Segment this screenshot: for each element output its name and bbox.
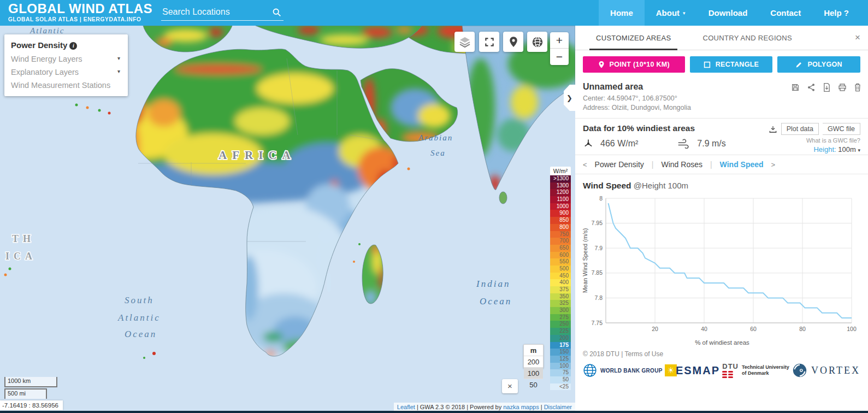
layers-icon xyxy=(458,36,471,49)
map-canvas[interactable]: Atlantic AFRICA Arabian Sea Indian Ocean… xyxy=(0,26,575,413)
subnav-sep: | xyxy=(710,160,712,169)
esmap-sun-icon: ☀ xyxy=(665,364,677,376)
dtu-logo[interactable]: DTU Technical University of Denmark xyxy=(722,363,789,379)
power-density-value: 466 W/m² xyxy=(583,138,638,149)
map-attribution: Leaflet | GWA 2.3 © 2018 | Powered by na… xyxy=(394,403,575,411)
locate-marker-button[interactable] xyxy=(503,32,523,52)
share-icon[interactable] xyxy=(807,83,816,92)
ytick-label: 8 xyxy=(599,195,603,202)
legend-entry: 500 xyxy=(550,266,571,273)
fullscreen-icon xyxy=(484,37,495,48)
bottom-border xyxy=(0,411,868,413)
close-icon[interactable]: × xyxy=(855,32,860,43)
zoom-out-button[interactable]: − xyxy=(550,49,569,65)
powered-by: Powered by xyxy=(470,404,501,410)
results-panel: CUSTOMIZED AREAS COUNTRY AND REGIONS × P… xyxy=(575,26,868,413)
area-actions xyxy=(791,83,861,92)
disclaimer-link[interactable]: Disclaimer xyxy=(544,404,572,410)
info-icon[interactable]: i xyxy=(69,42,77,50)
tab-country-and-regions[interactable]: COUNTRY AND REGIONS xyxy=(701,26,793,50)
point-button[interactable]: POINT (10*10 KM) xyxy=(583,56,685,73)
main-nav: Home About▾ Download Contact Help ? xyxy=(599,0,860,26)
wind-gust-icon xyxy=(677,139,690,149)
layers-control-button[interactable] xyxy=(454,32,475,52)
subnav-prev[interactable]: < xyxy=(583,161,587,169)
zoom-in-button[interactable]: + xyxy=(550,32,569,49)
globe-icon xyxy=(532,36,544,48)
label-indian-ocean-2: Ocean xyxy=(480,296,512,306)
subnav-wind-speed[interactable]: Wind Speed xyxy=(720,160,764,169)
ytick-label: 7.95 xyxy=(592,220,603,226)
scale-bar-km: 1000 km xyxy=(4,377,57,387)
xtick-label: 40 xyxy=(701,326,707,332)
height-option-100[interactable]: 100 xyxy=(524,368,543,379)
worldbank-logo[interactable]: WORLD BANK GROUP xyxy=(583,363,663,377)
gwa-version: GWA 2.3 © 2018 xyxy=(420,404,465,410)
nav-about[interactable]: About▾ xyxy=(645,0,697,26)
esmap-logo[interactable]: ☀ ESMAP xyxy=(665,364,720,377)
nav-help[interactable]: Help ? xyxy=(812,0,860,26)
height-option-200[interactable]: 200 xyxy=(524,356,543,368)
label-arabian-sea-2: Sea xyxy=(430,149,446,157)
legend-entry: 650 xyxy=(550,245,571,252)
plot-data-button[interactable]: Plot data xyxy=(781,123,819,135)
scale-bar-mi: 500 mi xyxy=(4,388,47,399)
terms-link[interactable]: Terms of Use xyxy=(624,350,663,358)
legend-entry: 100 xyxy=(550,363,571,370)
layer-explanatory[interactable]: Explanatory Layers▾ xyxy=(11,66,121,79)
tab-customized-areas[interactable]: CUSTOMIZED AREAS xyxy=(595,26,672,50)
chevron-down-icon: ▾ xyxy=(683,10,686,16)
search-input[interactable] xyxy=(161,5,265,19)
partner-logos: WORLD BANK GROUP ☀ ESMAP DTU Technical U… xyxy=(575,360,868,383)
layer-wind-energy[interactable]: Wind Energy Layers▾ xyxy=(11,52,121,66)
height-unit: m xyxy=(524,345,543,356)
attr-sep: | xyxy=(467,404,468,410)
save-icon[interactable] xyxy=(791,83,800,92)
subnav-next[interactable]: > xyxy=(771,161,776,169)
label-arabian-sea-1: Arabian xyxy=(418,133,453,142)
legend-entry: 600 xyxy=(550,252,571,259)
gwc-help-link[interactable]: What is a GWC file? xyxy=(769,135,860,144)
area-center: Center: 44.59047°, 106.87500° xyxy=(583,94,860,103)
subnav-power-density[interactable]: Power Density xyxy=(595,160,644,169)
legend-close-button[interactable]: × xyxy=(502,379,518,393)
download-tray-icon[interactable] xyxy=(769,125,777,133)
selected-area-info: Unnamed area Center: 44.59047°, 106.8750… xyxy=(575,79,868,119)
fullscreen-button[interactable] xyxy=(479,32,499,52)
height-dropdown[interactable]: Height: 100m ▾ xyxy=(769,144,860,154)
search-icon[interactable] xyxy=(272,8,281,19)
height-option-50[interactable]: 50 xyxy=(524,379,543,391)
vortex-logo[interactable]: VORTEX xyxy=(792,362,860,379)
marker-icon xyxy=(509,36,518,48)
polygon-button[interactable]: POLYGON xyxy=(777,56,860,73)
globe-button[interactable] xyxy=(527,32,547,52)
legend-entry: 1000 xyxy=(550,203,571,210)
app-subtitle: GLOBAL SOLAR ATLAS | ENERGYDATA.INFO xyxy=(8,16,152,22)
copyright-text: © 2018 DTU xyxy=(583,350,619,358)
download-file-icon[interactable] xyxy=(823,83,831,92)
height-selector: m 20010050 xyxy=(523,344,544,368)
nav-contact[interactable]: Contact xyxy=(759,0,812,26)
legend-entry: 325 xyxy=(550,300,571,307)
rectangle-button[interactable]: RECTANGLE xyxy=(690,56,773,73)
print-icon[interactable] xyxy=(838,83,847,92)
leaflet-link[interactable]: Leaflet xyxy=(397,404,415,410)
nav-home[interactable]: Home xyxy=(599,0,645,26)
label-south-america-1: TH xyxy=(12,233,35,244)
delete-icon[interactable] xyxy=(854,83,861,92)
layer-measurement-stations[interactable]: Wind Measurement Stations xyxy=(11,79,121,92)
nazka-link[interactable]: nazka mapps xyxy=(503,404,539,410)
location-search xyxy=(161,5,284,21)
panel-tabs: CUSTOMIZED AREAS COUNTRY AND REGIONS × xyxy=(575,26,868,50)
label-south-atlantic-1: South xyxy=(125,295,154,305)
gwc-file-button[interactable]: GWC file xyxy=(823,123,860,135)
legend-entry: 175 xyxy=(550,342,571,349)
xtick-label: 20 xyxy=(652,326,658,332)
subnav-wind-roses[interactable]: Wind Roses xyxy=(662,160,702,169)
pencil-icon xyxy=(795,61,802,68)
marker-icon xyxy=(598,61,605,69)
label-south-america-2: ICA xyxy=(5,251,37,262)
nav-download[interactable]: Download xyxy=(697,0,759,26)
legend-unit: W/m² xyxy=(550,167,571,175)
legend-entry: 800 xyxy=(550,224,571,231)
